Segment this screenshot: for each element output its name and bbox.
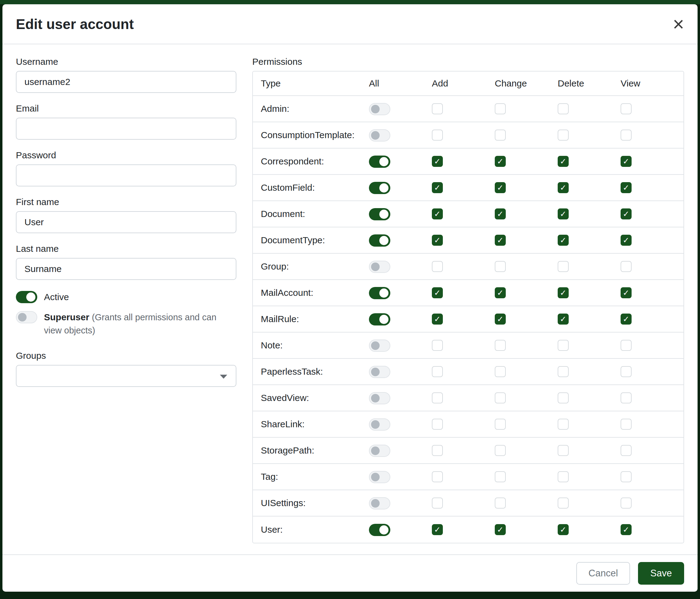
cancel-button[interactable]: Cancel [576,562,630,585]
superuser-toggle[interactable] [16,311,37,324]
close-icon[interactable]: × [673,14,684,34]
change-checkbox[interactable] [495,445,506,456]
view-checkbox[interactable] [621,498,632,508]
delete-checkbox[interactable]: ✓ [558,287,569,298]
all-toggle[interactable] [369,366,390,378]
permission-row-correspondent: Correspondent:✓✓✓✓ [253,148,683,175]
add-checkbox[interactable] [432,340,443,351]
view-checkbox[interactable] [621,445,632,456]
delete-checkbox[interactable] [558,103,569,114]
permission-type-label: PaperlessTask: [253,366,369,377]
add-checkbox[interactable]: ✓ [432,182,443,193]
add-checkbox[interactable]: ✓ [432,209,443,219]
view-checkbox[interactable] [621,103,632,114]
all-toggle[interactable] [369,497,390,509]
view-checkbox[interactable]: ✓ [621,156,632,167]
delete-checkbox[interactable] [558,419,569,430]
save-button[interactable]: Save [638,562,684,585]
add-checkbox[interactable] [432,103,443,114]
delete-checkbox[interactable]: ✓ [558,314,569,325]
change-checkbox[interactable] [495,261,506,272]
delete-checkbox[interactable] [558,261,569,272]
all-toggle[interactable] [369,261,390,273]
delete-checkbox[interactable]: ✓ [558,209,569,219]
all-toggle[interactable] [369,471,390,483]
change-checkbox[interactable]: ✓ [495,182,506,193]
password-field[interactable] [16,164,236,186]
change-checkbox[interactable] [495,471,506,482]
add-checkbox[interactable] [432,419,443,430]
view-checkbox[interactable]: ✓ [621,182,632,193]
delete-checkbox[interactable] [558,445,569,456]
change-checkbox[interactable] [495,498,506,508]
add-checkbox[interactable]: ✓ [432,287,443,298]
add-checkbox[interactable] [432,471,443,482]
delete-checkbox[interactable]: ✓ [558,524,569,535]
add-checkbox[interactable] [432,498,443,508]
change-checkbox[interactable]: ✓ [495,287,506,298]
view-checkbox[interactable]: ✓ [621,235,632,246]
email-field[interactable] [16,118,236,140]
delete-checkbox[interactable] [558,471,569,482]
delete-checkbox[interactable]: ✓ [558,182,569,193]
change-checkbox[interactable] [495,340,506,351]
permissions-label: Permissions [252,56,684,67]
all-toggle[interactable] [369,339,390,352]
view-checkbox[interactable] [621,366,632,377]
delete-checkbox[interactable] [558,366,569,377]
change-checkbox[interactable] [495,419,506,430]
delete-checkbox[interactable] [558,392,569,403]
all-toggle[interactable] [369,313,390,326]
view-checkbox[interactable]: ✓ [621,524,632,535]
view-checkbox[interactable]: ✓ [621,287,632,298]
change-checkbox[interactable]: ✓ [495,156,506,167]
add-checkbox[interactable]: ✓ [432,314,443,325]
change-checkbox[interactable] [495,392,506,403]
view-checkbox[interactable]: ✓ [621,314,632,325]
add-checkbox[interactable] [432,445,443,456]
view-checkbox[interactable] [621,419,632,430]
add-checkbox[interactable]: ✓ [432,235,443,246]
all-toggle[interactable] [369,392,390,404]
view-checkbox[interactable] [621,340,632,351]
all-toggle[interactable] [369,129,390,142]
add-checkbox[interactable]: ✓ [432,156,443,167]
username-input[interactable] [16,71,236,93]
delete-checkbox[interactable]: ✓ [558,235,569,246]
add-checkbox[interactable] [432,261,443,272]
all-toggle[interactable] [369,208,390,220]
delete-checkbox[interactable] [558,498,569,508]
view-checkbox[interactable] [621,392,632,403]
delete-checkbox[interactable] [558,340,569,351]
delete-checkbox[interactable] [558,129,569,141]
add-checkbox[interactable] [432,392,443,403]
active-toggle[interactable] [16,291,37,303]
first-name-field[interactable] [16,211,236,233]
change-checkbox[interactable]: ✓ [495,524,506,535]
all-toggle[interactable] [369,287,390,299]
change-checkbox[interactable]: ✓ [495,235,506,246]
permission-row-document: Document:✓✓✓✓ [253,201,683,227]
view-checkbox[interactable] [621,471,632,482]
all-toggle[interactable] [369,524,390,536]
change-checkbox[interactable]: ✓ [495,314,506,325]
all-toggle[interactable] [369,418,390,431]
change-checkbox[interactable] [495,366,506,377]
delete-checkbox[interactable]: ✓ [558,156,569,167]
groups-select[interactable] [16,365,236,387]
change-checkbox[interactable] [495,129,506,141]
all-toggle[interactable] [369,445,390,457]
all-toggle[interactable] [369,182,390,194]
add-checkbox[interactable] [432,366,443,377]
all-toggle[interactable] [369,155,390,168]
last-name-field[interactable] [16,258,236,280]
change-checkbox[interactable]: ✓ [495,209,506,219]
view-checkbox[interactable]: ✓ [621,209,632,219]
view-checkbox[interactable] [621,129,632,141]
add-checkbox[interactable] [432,129,443,141]
add-checkbox[interactable]: ✓ [432,524,443,535]
all-toggle[interactable] [369,103,390,115]
all-toggle[interactable] [369,234,390,247]
change-checkbox[interactable] [495,103,506,114]
view-checkbox[interactable] [621,261,632,272]
